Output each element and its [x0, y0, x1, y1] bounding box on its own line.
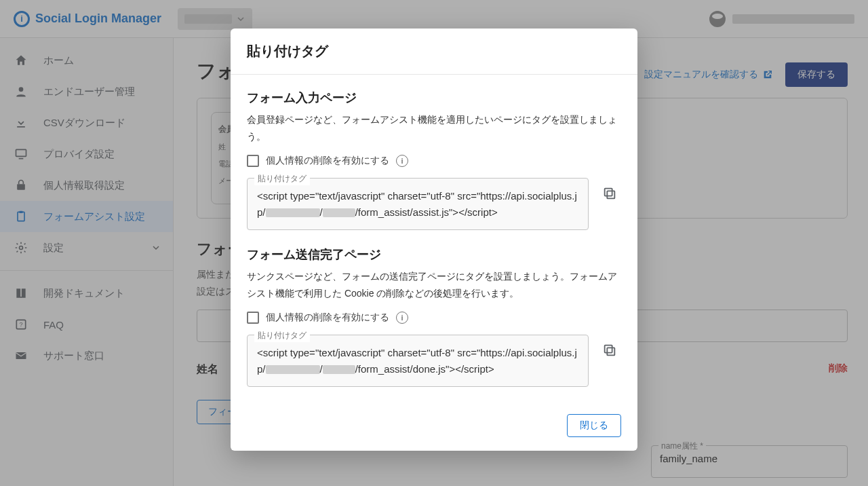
code-text: ipt>	[477, 363, 494, 375]
code-label: 貼り付けタグ	[254, 329, 310, 342]
modal-footer: 閉じる	[231, 403, 637, 451]
svg-rect-9	[607, 191, 614, 199]
modal-body: フォーム入力ページ 会員登録ページなど、フォームアシスト機能を適用したいページに…	[231, 75, 637, 403]
paste-tag-modal: 貼り付けタグ フォーム入力ページ 会員登録ページなど、フォームアシスト機能を適用…	[231, 29, 637, 451]
info-icon[interactable]: i	[396, 312, 408, 324]
info-icon[interactable]: i	[396, 155, 408, 167]
close-button[interactable]: 閉じる	[567, 414, 621, 437]
modal-section-desc: サンクスページなど、フォームの送信完了ページにタグを設置しましょう。フォームアシ…	[247, 268, 621, 302]
code-text: /form_assist/assist.js"></scr	[355, 206, 481, 218]
code-label: 貼り付けタグ	[254, 172, 310, 185]
copy-button[interactable]	[598, 182, 621, 205]
copy-icon	[602, 343, 617, 358]
copy-button[interactable]	[598, 339, 621, 362]
svg-rect-10	[605, 189, 612, 196]
svg-rect-12	[605, 345, 612, 353]
code-text: ipt>	[481, 206, 498, 218]
modal-title: 貼り付けタグ	[231, 29, 637, 75]
checkbox-label: 個人情報の削除を有効にする	[266, 312, 389, 324]
copy-icon	[602, 186, 617, 201]
modal-section-desc: 会員登録ページなど、フォームアシスト機能を適用したいページにタグを設置しましょう…	[247, 111, 621, 145]
modal-section-title-input-page: フォーム入力ページ	[247, 90, 621, 106]
checkbox-row: 個人情報の削除を有効にする i	[247, 155, 621, 167]
delete-personal-info-checkbox[interactable]	[247, 155, 259, 167]
modal-section-title-done-page: フォーム送信完了ページ	[247, 246, 621, 263]
code-snippet-done-page[interactable]: 貼り付けタグ <script type="text/javascript" ch…	[247, 335, 589, 387]
delete-personal-info-checkbox[interactable]	[247, 312, 259, 324]
svg-rect-11	[607, 348, 614, 356]
code-snippet-input-page[interactable]: 貼り付けタグ <script type="text/javascript" ch…	[247, 178, 589, 230]
code-text: /form_assist/done.js"></scr	[355, 363, 477, 375]
checkbox-row: 個人情報の削除を有効にする i	[247, 312, 621, 324]
checkbox-label: 個人情報の削除を有効にする	[266, 155, 389, 167]
